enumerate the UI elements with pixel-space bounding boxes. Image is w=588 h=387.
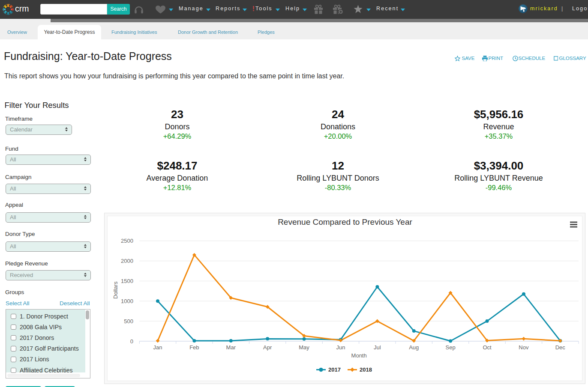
- svg-text:Jan: Jan: [153, 344, 162, 351]
- svg-text:Mar: Mar: [226, 344, 236, 351]
- svg-text:2500: 2500: [121, 238, 133, 244]
- svg-text:2017: 2017: [328, 366, 341, 373]
- svg-text:May: May: [299, 344, 309, 351]
- svg-text:Jul: Jul: [374, 344, 381, 351]
- svg-text:Dec: Dec: [555, 344, 566, 351]
- svg-text:Aug: Aug: [409, 344, 419, 351]
- svg-text:Month: Month: [351, 352, 367, 359]
- svg-text:Dollars: Dollars: [112, 281, 119, 299]
- svg-text:Sep: Sep: [446, 344, 456, 351]
- svg-text:Apr: Apr: [263, 344, 272, 351]
- svg-text:Feb: Feb: [189, 344, 199, 351]
- svg-text:Revenue Compared to Previous Y: Revenue Compared to Previous Year: [278, 217, 412, 226]
- svg-text:2018: 2018: [360, 366, 372, 373]
- svg-text:Oct: Oct: [483, 344, 492, 351]
- svg-text:0: 0: [130, 338, 133, 345]
- svg-text:500: 500: [124, 318, 133, 324]
- svg-text:1000: 1000: [121, 298, 133, 304]
- svg-text:2000: 2000: [121, 258, 133, 264]
- svg-text:Jun: Jun: [336, 344, 345, 351]
- svg-text:Nov: Nov: [519, 344, 529, 351]
- svg-text:1500: 1500: [121, 278, 133, 284]
